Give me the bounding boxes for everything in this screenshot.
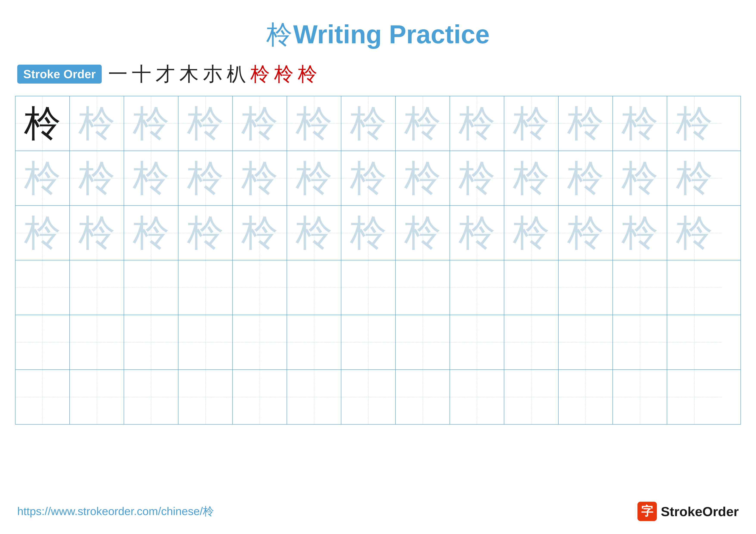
grid-row-2: 柃 柃 柃 柃 柃 柃 柃 柃 柃 柃 柃 柃 柃 (15, 151, 741, 206)
grid-cell-r2-c3[interactable]: 柃 (124, 151, 178, 205)
grid-cell-r2-c1[interactable]: 柃 (15, 151, 70, 205)
stroke-order-badge: Stroke Order (17, 64, 102, 84)
grid-cell-r1-c8[interactable]: 柃 (396, 96, 450, 151)
stroke-7: 柃 (251, 61, 270, 87)
footer: https://www.strokeorder.com/chinese/柃 字 … (17, 502, 739, 521)
page-title: 柃 Writing Practice (0, 0, 756, 52)
grid-cell-r6-c13[interactable] (667, 370, 721, 424)
grid-cell-r4-c3[interactable] (124, 261, 178, 315)
grid-cell-r6-c6[interactable] (287, 370, 341, 424)
grid-cell-r2-c11[interactable]: 柃 (558, 151, 613, 205)
grid-cell-r4-c1[interactable] (15, 261, 70, 315)
grid-cell-r4-c4[interactable] (178, 261, 233, 315)
grid-cell-r5-c4[interactable] (178, 315, 233, 369)
grid-cell-r2-c5[interactable]: 柃 (233, 151, 287, 205)
stroke-3: 才 (156, 61, 175, 87)
grid-cell-r6-c7[interactable] (341, 370, 396, 424)
title-english: Writing Practice (293, 20, 490, 49)
footer-logo: 字 StrokeOrder (637, 502, 739, 521)
grid-cell-r5-c10[interactable] (504, 315, 558, 369)
grid-cell-r6-c5[interactable] (233, 370, 287, 424)
grid-cell-r2-c7[interactable]: 柃 (341, 151, 396, 205)
grid-cell-r5-c9[interactable] (450, 315, 504, 369)
grid-cell-r6-c1[interactable] (15, 370, 70, 424)
grid-cell-r5-c7[interactable] (341, 315, 396, 369)
grid-cell-r1-c12[interactable]: 柃 (613, 96, 667, 151)
footer-url: https://www.strokeorder.com/chinese/柃 (17, 504, 214, 519)
stroke-9: 柃 (298, 61, 317, 87)
stroke-8: 柃 (274, 61, 293, 87)
grid-cell-r1-c1[interactable]: 柃 (15, 96, 70, 151)
grid-cell-r3-c8[interactable]: 柃 (396, 206, 450, 260)
grid-cell-r2-c6[interactable]: 柃 (287, 151, 341, 205)
grid-cell-r4-c13[interactable] (667, 261, 721, 315)
grid-cell-r4-c7[interactable] (341, 261, 396, 315)
grid-cell-r3-c9[interactable]: 柃 (450, 206, 504, 260)
grid-cell-r3-c1[interactable]: 柃 (15, 206, 70, 260)
grid-cell-r5-c3[interactable] (124, 315, 178, 369)
grid-cell-r2-c13[interactable]: 柃 (667, 151, 721, 205)
grid-cell-r5-c1[interactable] (15, 315, 70, 369)
grid-cell-r4-c5[interactable] (233, 261, 287, 315)
stroke-order-row: Stroke Order 一 十 才 木 朩 朳 柃 柃 柃 (0, 61, 756, 87)
grid-cell-r2-c10[interactable]: 柃 (504, 151, 558, 205)
grid-row-3: 柃 柃 柃 柃 柃 柃 柃 柃 柃 柃 柃 柃 柃 (15, 206, 741, 261)
grid-cell-r4-c11[interactable] (558, 261, 613, 315)
grid-cell-r1-c6[interactable]: 柃 (287, 96, 341, 151)
grid-cell-r1-c4[interactable]: 柃 (178, 96, 233, 151)
grid-cell-r1-c10[interactable]: 柃 (504, 96, 558, 151)
grid-cell-r2-c4[interactable]: 柃 (178, 151, 233, 205)
grid-cell-r6-c8[interactable] (396, 370, 450, 424)
grid-cell-r3-c3[interactable]: 柃 (124, 206, 178, 260)
grid-cell-r6-c9[interactable] (450, 370, 504, 424)
grid-cell-r4-c9[interactable] (450, 261, 504, 315)
grid-cell-r2-c9[interactable]: 柃 (450, 151, 504, 205)
grid-cell-r1-c7[interactable]: 柃 (341, 96, 396, 151)
grid-cell-r5-c11[interactable] (558, 315, 613, 369)
strokeorder-logo-icon: 字 (637, 502, 657, 521)
grid-cell-r5-c2[interactable] (70, 315, 124, 369)
grid-cell-r1-c5[interactable]: 柃 (233, 96, 287, 151)
grid-cell-r6-c3[interactable] (124, 370, 178, 424)
grid-row-4 (15, 261, 741, 315)
grid-cell-r3-c12[interactable]: 柃 (613, 206, 667, 260)
grid-cell-r3-c11[interactable]: 柃 (558, 206, 613, 260)
stroke-5: 朩 (203, 61, 222, 87)
grid-cell-r1-c13[interactable]: 柃 (667, 96, 721, 151)
grid-cell-r1-c3[interactable]: 柃 (124, 96, 178, 151)
strokeorder-logo-text: StrokeOrder (661, 504, 739, 519)
grid-cell-r2-c8[interactable]: 柃 (396, 151, 450, 205)
grid-cell-r3-c5[interactable]: 柃 (233, 206, 287, 260)
grid-cell-r6-c11[interactable] (558, 370, 613, 424)
grid-cell-r4-c8[interactable] (396, 261, 450, 315)
grid-cell-r1-c9[interactable]: 柃 (450, 96, 504, 151)
grid-cell-r3-c7[interactable]: 柃 (341, 206, 396, 260)
stroke-sequence: 一 十 才 木 朩 朳 柃 柃 柃 (108, 61, 317, 87)
grid-cell-r6-c12[interactable] (613, 370, 667, 424)
stroke-4: 木 (179, 61, 199, 87)
grid-cell-r4-c10[interactable] (504, 261, 558, 315)
grid-cell-r5-c12[interactable] (613, 315, 667, 369)
grid-cell-r4-c6[interactable] (287, 261, 341, 315)
grid-cell-r1-c2[interactable]: 柃 (70, 96, 124, 151)
grid-cell-r6-c10[interactable] (504, 370, 558, 424)
grid-cell-r4-c12[interactable] (613, 261, 667, 315)
title-chinese: 柃 (266, 20, 292, 49)
grid-cell-r3-c6[interactable]: 柃 (287, 206, 341, 260)
grid-cell-r5-c5[interactable] (233, 315, 287, 369)
grid-cell-r3-c13[interactable]: 柃 (667, 206, 721, 260)
grid-cell-r5-c8[interactable] (396, 315, 450, 369)
grid-row-5 (15, 315, 741, 370)
stroke-1: 一 (108, 61, 127, 87)
grid-cell-r3-c2[interactable]: 柃 (70, 206, 124, 260)
grid-cell-r3-c4[interactable]: 柃 (178, 206, 233, 260)
grid-cell-r5-c6[interactable] (287, 315, 341, 369)
grid-cell-r3-c10[interactable]: 柃 (504, 206, 558, 260)
grid-cell-r6-c4[interactable] (178, 370, 233, 424)
grid-cell-r2-c12[interactable]: 柃 (613, 151, 667, 205)
grid-cell-r4-c2[interactable] (70, 261, 124, 315)
grid-cell-r6-c2[interactable] (70, 370, 124, 424)
grid-cell-r1-c11[interactable]: 柃 (558, 96, 613, 151)
grid-cell-r2-c2[interactable]: 柃 (70, 151, 124, 205)
grid-cell-r5-c13[interactable] (667, 315, 721, 369)
